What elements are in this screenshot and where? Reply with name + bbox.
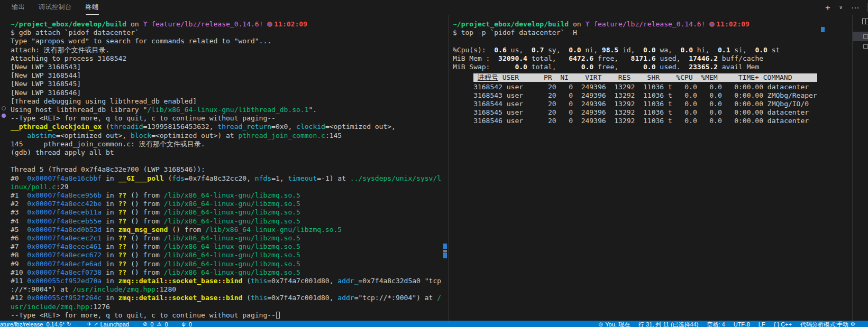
terminal-pane-gdb[interactable]: ~/project_ebox/develop/build on ϒ featur… bbox=[11, 0, 443, 327]
terminal-line: #4 0x00007f4a8eceb55e in ?? () from /lib… bbox=[11, 217, 300, 226]
clock-icon bbox=[267, 22, 272, 27]
terminal-icon bbox=[863, 34, 868, 39]
clock-icon bbox=[709, 22, 715, 27]
command-decoration-icon[interactable] bbox=[2, 106, 6, 110]
terminal-line: (gdb) thread apply all bt bbox=[11, 148, 114, 157]
terminal-list-item[interactable] bbox=[853, 16, 868, 27]
terminal-line: #8 0x00007f4a8ecec672 in ?? () from /lib… bbox=[11, 251, 300, 259]
gear-icon: ⚙ bbox=[851, 322, 855, 327]
terminal-line: #0 0x00007f4a8e16cbbf in __GI___poll (fd… bbox=[11, 174, 441, 183]
terminal-line: #1 0x00007f4a8ece956b in ?? () from /lib… bbox=[11, 191, 300, 200]
terminal-line: #9 0x00007f4a8ecfe6ad in ?? () from /lib… bbox=[11, 260, 300, 268]
terminal-line: ~/project_ebox/develop/build on ϒ featur… bbox=[453, 20, 750, 29]
terminal-line: #2 0x00007f4a8ecc42be in ?? () from /lib… bbox=[11, 200, 300, 208]
ports-status[interactable]: ψ 0 bbox=[182, 321, 192, 327]
terminal-line: attach: 没有那个文件或目录. bbox=[11, 46, 109, 54]
terminal-line: $ top -p `pidof datacenter` -H bbox=[453, 29, 577, 37]
scrollbar-decoration bbox=[443, 253, 447, 258]
scrollbar-decoration bbox=[443, 244, 447, 249]
terminal-line: usr/include/zmq.hpp:1276 bbox=[11, 303, 110, 311]
command-decoration-icon[interactable] bbox=[2, 114, 6, 118]
launchpad-status[interactable]: ✈ ↗ Launchpad bbox=[87, 321, 129, 327]
rocket-icon: ✈ bbox=[87, 322, 92, 327]
code-analysis-status[interactable]: 代码分析模式:手动 ⚙ bbox=[800, 321, 855, 327]
terminal-line: --Type <RET> for more, q to quit, c to c… bbox=[11, 114, 276, 123]
terminal-line: __pthread_clockjoin_ex (threadid=1399581… bbox=[11, 123, 396, 131]
error-icon: ⊘ bbox=[143, 322, 147, 327]
terminal-line: inux/poll.c:29 bbox=[11, 183, 69, 191]
person-icon: ◎ bbox=[599, 322, 604, 327]
link-icon: ↗ bbox=[94, 322, 98, 327]
vscode-panel: 输出 调试控制台 终端 + ∨ ⋯ ~/project_ebox/develop… bbox=[0, 0, 868, 327]
terminal-line: #12 0x000055cf952f264c in zmq::detail::s… bbox=[11, 294, 441, 302]
terminal-cursor bbox=[276, 312, 280, 319]
terminal-line: 3168544 user 20 0 249396 13292 11036 t 0… bbox=[453, 100, 809, 108]
terminal-line: 3168546 user 20 0 249396 13292 11036 t 0… bbox=[453, 117, 809, 125]
terminal-line: 3168542 user 20 0 249396 13292 11036 t 0… bbox=[453, 83, 809, 91]
terminal-list-item-selected[interactable] bbox=[853, 32, 868, 41]
terminal-line: MiB Mem : 32090.4 total, 6472.6 free, 81… bbox=[453, 54, 763, 63]
process-table-header: 进程号 USER PR NI VIRT RES SHR %CPU %MEM TI… bbox=[473, 73, 817, 82]
terminal-line: 3168545 user 20 0 249396 13292 11036 t 0… bbox=[453, 108, 809, 117]
terminal-line: [New LWP 3168545] bbox=[11, 80, 81, 88]
terminal-line: #5 0x00007f4a8ed0b53d in zmq_msg_send ()… bbox=[11, 226, 342, 234]
terminal-line: 145 pthread_join_common.c: 没有那个文件或目录. bbox=[11, 140, 205, 148]
terminal-line: $ gdb attach `pidof datacenter` bbox=[11, 29, 139, 37]
indentation-status[interactable]: 空格: 4 bbox=[707, 321, 725, 327]
scrollbar-decoration bbox=[443, 250, 447, 253]
terminal-line: #10 0x00007f4a8ecf0738 in ?? () from /li… bbox=[11, 268, 300, 277]
terminal-line: abstime=<optimized out>, block=<optimize… bbox=[11, 132, 342, 140]
pane-divider-sash[interactable] bbox=[448, 15, 449, 321]
terminal-line: [New LWP 3168543] bbox=[11, 63, 81, 71]
terminal-line: [New LWP 3168544] bbox=[11, 71, 81, 80]
terminal-line: --Type <RET> for more, q to quit, c to c… bbox=[11, 311, 280, 320]
broadcast-icon: ψ bbox=[182, 322, 186, 327]
terminal-line: ://*:9004") at /usr/include/zmq.hpp:1280 bbox=[11, 285, 176, 294]
terminal-line: ~/project_ebox/develop/build on ϒ featur… bbox=[11, 20, 307, 29]
terminal-line: #11 0x000055cf952ed70a in zmq::detail::s… bbox=[11, 277, 441, 285]
status-bar: ature/lbz/release_0.14.6* ↻ ✈ ↗ Launchpa… bbox=[0, 321, 868, 327]
terminal-line: [Thread debugging using libthread_db ena… bbox=[11, 97, 197, 106]
git-branch-status[interactable]: ature/lbz/release_0.14.6* ↻ bbox=[0, 321, 71, 327]
terminal-tabs-list bbox=[853, 15, 868, 321]
terminal-icon bbox=[863, 44, 868, 49]
problems-status[interactable]: ⊘ 0 ⚠ 0 bbox=[143, 321, 168, 327]
terminal-pane-top[interactable]: ~/project_ebox/develop/build on ϒ featur… bbox=[453, 0, 853, 327]
terminal-line: 3168543 user 20 0 249396 13292 11036 t 0… bbox=[453, 91, 817, 100]
terminal-line: #7 0x00007f4a8ecec461 in ?? () from /lib… bbox=[11, 242, 300, 251]
terminal-line: Thread 5 (Thread 0x7f4a8c32e700 (LWP 316… bbox=[11, 165, 205, 174]
eol-status[interactable]: LF bbox=[759, 321, 765, 327]
scrollbar-decoration bbox=[821, 27, 825, 32]
terminal-line: #6 0x00007f4a8ecec2c1 in ?? () from /lib… bbox=[11, 234, 300, 242]
gitlens-author-status[interactable]: ◎ You, 现在 bbox=[599, 321, 630, 327]
cursor-position-status[interactable]: 行 31, 列 11 (已选择44) bbox=[638, 321, 699, 327]
terminal-line: Using host libthread_db library "/lib/x8… bbox=[11, 106, 317, 114]
encoding-status[interactable]: UTF-8 bbox=[734, 321, 750, 327]
terminal-list-item[interactable] bbox=[853, 42, 868, 52]
split-terminal-icon bbox=[862, 18, 868, 24]
terminal-line: #3 0x00007f4a8eceb11a in ?? () from /lib… bbox=[11, 208, 300, 217]
language-mode-status[interactable]: { } C++ bbox=[774, 321, 792, 327]
terminal-line: Type "apropos word" to search for comman… bbox=[11, 37, 271, 45]
terminal-line: MiB Swap: 0.0 total, 0.0 free, 0.0 used.… bbox=[453, 63, 759, 71]
warning-icon: ⚠ bbox=[157, 322, 161, 327]
terminal-line: %Cpu(s): 0.6 us, 0.7 sy, 0.0 ni, 98.5 id… bbox=[453, 46, 780, 54]
terminal-line: Attaching to process 3168542 bbox=[11, 54, 126, 63]
sync-icon[interactable]: ↻ bbox=[67, 322, 71, 327]
terminal-line: [New LWP 3168546] bbox=[11, 89, 81, 97]
